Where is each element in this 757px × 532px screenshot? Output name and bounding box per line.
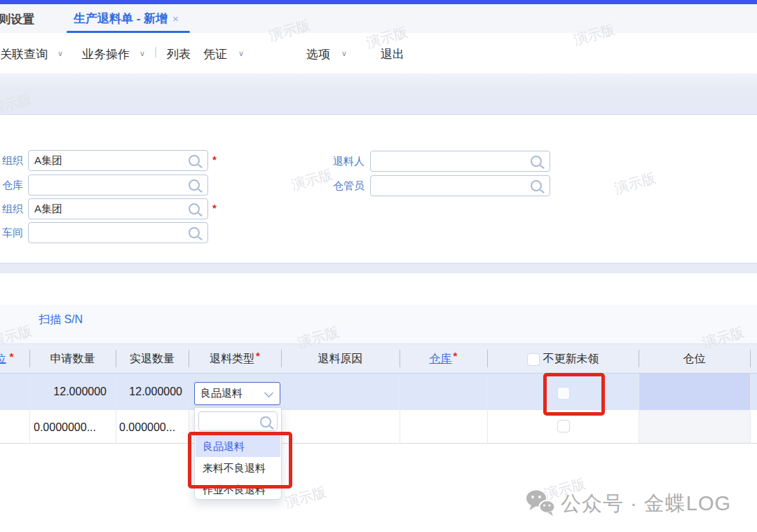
return-type-value: 良品退料: [200, 387, 243, 400]
field-label-workshop: 车间: [2, 226, 23, 240]
column-divider: [639, 350, 639, 367]
column-warehouse[interactable]: 仓库 *: [400, 352, 487, 367]
column-label: 退料原因: [318, 352, 363, 367]
search-icon[interactable]: [531, 156, 542, 167]
menu-options[interactable]: 选项: [306, 46, 330, 62]
no-update-checkbox[interactable]: [557, 420, 570, 432]
toolbar-band: [0, 74, 757, 115]
column-label: 不更新未领: [543, 352, 599, 367]
column-divider: [400, 350, 400, 367]
chevron-down-icon[interactable]: ∨: [139, 49, 145, 58]
warehouse-bin-cell[interactable]: [639, 410, 750, 443]
tab-rule-settings[interactable]: 则设置: [0, 11, 34, 27]
column-return-type[interactable]: 退料类型 *: [189, 352, 281, 367]
menu-business-operation[interactable]: 业务操作: [82, 46, 130, 62]
gridline: [400, 374, 400, 444]
highlight-box-options: [188, 432, 292, 489]
required-mark: *: [212, 202, 217, 214]
search-icon[interactable]: [189, 179, 200, 191]
column-bin-cut[interactable]: 位 *: [0, 352, 13, 367]
returner-field[interactable]: [370, 151, 550, 172]
chevron-down-icon[interactable]: ∨: [238, 49, 244, 58]
wechat-icon: [526, 489, 557, 516]
column-divider: [29, 350, 30, 367]
chevron-down-icon[interactable]: ∨: [57, 49, 63, 58]
search-icon[interactable]: [189, 203, 200, 214]
search-icon[interactable]: [531, 180, 542, 191]
search-icon[interactable]: [189, 155, 200, 166]
column-link-label[interactable]: 位: [0, 352, 6, 367]
chevron-down-icon[interactable]: ∨: [341, 49, 347, 58]
column-actual-qty[interactable]: 实退数量: [116, 352, 189, 367]
chevron-down-icon: [264, 388, 273, 397]
highlight-box-checkbox: [543, 373, 605, 416]
column-label: 申请数量: [50, 352, 95, 367]
active-tab-underline: [67, 31, 190, 33]
column-apply-qty[interactable]: 申请数量: [29, 352, 116, 367]
storekeeper-field[interactable]: [370, 175, 550, 196]
header-checkbox[interactable]: [527, 353, 540, 366]
dropdown-search-input[interactable]: [202, 414, 259, 429]
org2-field[interactable]: [28, 198, 208, 219]
field-label-warehouse: 仓库: [2, 179, 23, 192]
field-label-org2: 组织: [2, 203, 23, 216]
column-label: 退料类型: [210, 352, 254, 367]
apply-qty-value[interactable]: 0.0000000...: [34, 421, 96, 434]
tab-close-icon[interactable]: ×: [172, 13, 179, 25]
workshop-field[interactable]: [28, 222, 208, 243]
dropdown-search-box[interactable]: [198, 411, 278, 431]
apply-qty-value[interactable]: 12.000000: [29, 386, 107, 398]
actual-qty-value[interactable]: 12.000000: [116, 386, 182, 398]
required-mark: *: [212, 154, 217, 165]
demo-watermark: 演示版: [289, 165, 334, 194]
search-icon[interactable]: [260, 416, 271, 428]
column-divider: [116, 350, 116, 367]
menu-voucher[interactable]: 凭证: [203, 46, 227, 62]
return-type-select[interactable]: 良品退料: [194, 382, 280, 405]
search-icon[interactable]: [189, 227, 200, 238]
org1-field[interactable]: [28, 150, 208, 171]
scan-sn-link[interactable]: 扫描 S/N: [39, 313, 83, 327]
section-divider-band: [0, 263, 757, 273]
scan-strip: [0, 305, 757, 343]
field-label-org1: 组织: [2, 154, 23, 168]
tab-production-return-new[interactable]: 生产退料单 - 新增 ×: [74, 11, 179, 27]
column-label: 实退数量: [130, 352, 175, 367]
field-label-returner: 退料人: [333, 155, 364, 168]
column-divider: [750, 350, 751, 367]
actual-qty-value[interactable]: 0.000000...: [119, 421, 175, 434]
menu-divider: |: [154, 46, 157, 58]
column-link-label[interactable]: 仓库: [430, 352, 452, 367]
column-divider: [487, 350, 488, 367]
required-mark: *: [256, 350, 260, 362]
column-return-reason[interactable]: 退料原因: [281, 352, 400, 367]
field-label-storekeeper: 仓管员: [333, 179, 364, 193]
required-mark: *: [453, 350, 458, 362]
column-no-update-unclaimed[interactable]: 不更新未领: [487, 352, 639, 367]
column-divider: [281, 350, 282, 367]
brand-watermark-text: 公众号 · 金蝶LOG: [561, 490, 731, 518]
gridline: [750, 374, 751, 444]
column-label: 仓位: [683, 352, 706, 367]
menu-related-query[interactable]: 关联查询: [0, 46, 48, 62]
required-mark: *: [10, 350, 14, 362]
demo-watermark: 演示版: [612, 168, 657, 198]
gridline: [487, 374, 488, 444]
column-warehouse-bin[interactable]: 仓位: [639, 352, 750, 367]
selected-cell[interactable]: [639, 374, 750, 410]
column-divider: [189, 350, 189, 367]
gridline: [29, 374, 30, 444]
app-window: 则设置 生产退料单 - 新增 × 关联查询 ∨ 业务操作 ∨ | 列表 凭证 ∨…: [0, 0, 757, 532]
gridline: [116, 374, 116, 444]
tab-active-label: 生产退料单 - 新增: [74, 11, 168, 27]
menu-list[interactable]: 列表: [167, 46, 191, 62]
gridline: [639, 374, 639, 444]
menu-exit[interactable]: 退出: [381, 46, 404, 62]
warehouse-field[interactable]: [28, 175, 208, 196]
